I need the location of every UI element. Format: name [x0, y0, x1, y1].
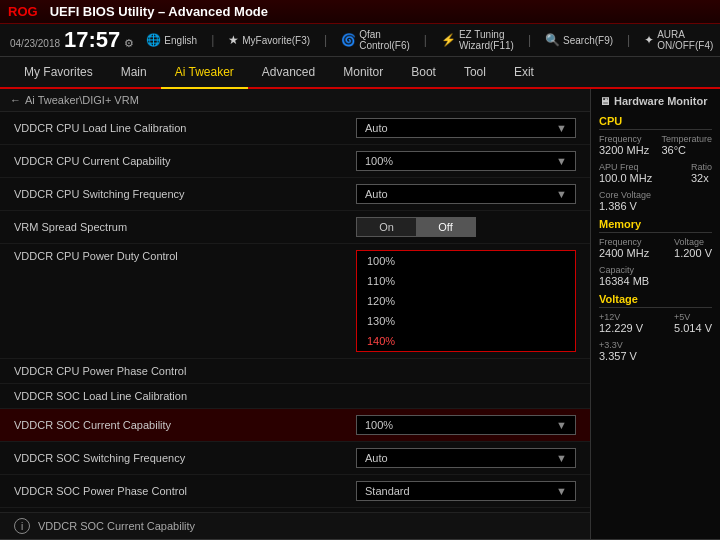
setting-label-5: VDDCR CPU Power Phase Control [14, 365, 356, 377]
nav-exit[interactable]: Exit [500, 57, 548, 87]
setting-label-3: VRM Spread Spectrum [14, 221, 356, 233]
search-label: Search(F9) [563, 35, 613, 46]
separator: | [211, 33, 214, 47]
nav-my-favorites[interactable]: My Favorites [10, 57, 107, 87]
ez-tuning-action[interactable]: ⚡ EZ Tuning Wizard(F11) [441, 29, 514, 51]
setting-control-8: Auto ▼ [356, 448, 576, 468]
dropdown-value-1: 100% [365, 155, 393, 167]
navbar: My Favorites Main Ai Tweaker Advanced Mo… [0, 57, 720, 89]
hw-cpu-temp-label: Temperature [661, 134, 712, 144]
dropdown-0[interactable]: Auto ▼ [356, 118, 576, 138]
droplist-item-3[interactable]: 130% [357, 311, 575, 331]
separator2: | [324, 33, 327, 47]
hw-memory-title: Memory [599, 218, 712, 233]
droplist-item-2[interactable]: 120% [357, 291, 575, 311]
droplist-item-1[interactable]: 110% [357, 271, 575, 291]
separator4: | [528, 33, 531, 47]
qfan-action[interactable]: 🌀 Qfan Control(F6) [341, 29, 410, 51]
fan-icon: 🌀 [341, 33, 356, 47]
setting-control-2: Auto ▼ [356, 184, 576, 204]
header: ROG UEFI BIOS Utility – Advanced Mode [0, 0, 720, 24]
dropdown-7[interactable]: 100% ▼ [356, 415, 576, 435]
toggle-on-3[interactable]: On [357, 218, 416, 236]
setting-row-3: VRM Spread Spectrum On Off [0, 211, 590, 244]
nav-advanced[interactable]: Advanced [248, 57, 329, 87]
hw-v33-value: 3.357 V [599, 350, 712, 362]
qfan-label: Qfan Control(F6) [359, 29, 410, 51]
hw-mem-freq-label: Frequency [599, 237, 649, 247]
myfavorite-action[interactable]: ★ MyFavorite(F3) [228, 33, 310, 47]
setting-control-0: Auto ▼ [356, 118, 576, 138]
aura-action[interactable]: ✦ AURA ON/OFF(F4) [644, 29, 713, 51]
hw-ratio-value: 32x [691, 172, 712, 184]
hw-cpu-temp-value: 36°C [661, 144, 712, 156]
hw-apu-freq-label: APU Freq [599, 162, 652, 172]
hw-voltage-title: Voltage [599, 293, 712, 308]
setting-row-5: VDDCR CPU Power Phase Control [0, 359, 590, 384]
dropdown-arrow-9: ▼ [556, 485, 567, 497]
breadcrumb: ← Ai Tweaker\DIGI+ VRM [0, 89, 590, 112]
setting-row-8: VDDCR SOC Switching Frequency Auto ▼ [0, 442, 590, 475]
breadcrumb-arrow[interactable]: ← [10, 94, 21, 106]
monitor-icon: 🖥 [599, 95, 610, 107]
dropdown-9[interactable]: Standard ▼ [356, 481, 576, 501]
setting-row-0: VDDCR CPU Load Line Calibration Auto ▼ [0, 112, 590, 145]
separator5: | [627, 33, 630, 47]
dropdown-2[interactable]: Auto ▼ [356, 184, 576, 204]
toggle-off-3[interactable]: Off [416, 218, 475, 236]
aura-icon: ✦ [644, 33, 654, 47]
breadcrumb-path: Ai Tweaker\DIGI+ VRM [25, 94, 139, 106]
dropdown-8[interactable]: Auto ▼ [356, 448, 576, 468]
hw-cpu-freq-value: 3200 MHz [599, 144, 649, 156]
hw-v12-value: 12.229 V [599, 322, 643, 334]
time-display: 17:57 [64, 27, 120, 53]
setting-label-1: VDDCR CPU Current Capability [14, 155, 356, 167]
hw-capacity-label: Capacity [599, 265, 712, 275]
setting-label-7: VDDCR SOC Current Capability [14, 419, 356, 431]
droplist-item-4[interactable]: 140% [357, 331, 575, 351]
hw-v5-value: 5.014 V [674, 322, 712, 334]
hw-mem-freq-value: 2400 MHz [599, 247, 649, 259]
left-panel: ← Ai Tweaker\DIGI+ VRM VDDCR CPU Load Li… [0, 89, 590, 539]
toggle-group-3: On Off [356, 217, 476, 237]
nav-tool[interactable]: Tool [450, 57, 500, 87]
nav-monitor[interactable]: Monitor [329, 57, 397, 87]
gear-icon[interactable]: ⚙ [124, 37, 134, 50]
nav-boot[interactable]: Boot [397, 57, 450, 87]
dropdown-value-0: Auto [365, 122, 388, 134]
hardware-monitor-panel: 🖥 Hardware Monitor CPU Frequency 3200 MH… [590, 89, 720, 539]
setting-label-9: VDDCR SOC Power Phase Control [14, 485, 356, 497]
setting-row-6: VDDCR SOC Load Line Calibration [0, 384, 590, 409]
droplist-item-0[interactable]: 100% [357, 251, 575, 271]
dropdown-arrow-1: ▼ [556, 155, 567, 167]
hw-cpu-freq-row: Frequency 3200 MHz Temperature 36°C [599, 134, 712, 159]
myfavorite-label: MyFavorite(F3) [242, 35, 310, 46]
dropdown-1[interactable]: 100% ▼ [356, 151, 576, 171]
hw-cpu-apu-row: APU Freq 100.0 MHz Ratio 32x [599, 162, 712, 187]
language-selector[interactable]: 🌐 English [146, 33, 197, 47]
setting-control-3: On Off [356, 217, 576, 237]
search-action[interactable]: 🔍 Search(F9) [545, 33, 613, 47]
info-bar: i VDDCR SOC Current Capability [0, 512, 590, 539]
dropdown-value-9: Standard [365, 485, 410, 497]
bios-title: UEFI BIOS Utility – Advanced Mode [50, 4, 712, 19]
setting-row-7: VDDCR SOC Current Capability 100% ▼ [0, 409, 590, 442]
rog-logo: ROG [8, 4, 38, 19]
hw-apu-freq-value: 100.0 MHz [599, 172, 652, 184]
dropdown-list-4: 100% 110% 120% 130% 140% [356, 250, 576, 352]
hw-mem-freq-row: Frequency 2400 MHz Voltage 1.200 V [599, 237, 712, 262]
setting-control-4: 100% 110% 120% 130% 140% [356, 250, 576, 352]
ez-tuning-label: EZ Tuning Wizard(F11) [459, 29, 514, 51]
hw-mem-voltage-value: 1.200 V [674, 247, 712, 259]
info-text: VDDCR SOC Current Capability [38, 520, 195, 532]
dropdown-value-7: 100% [365, 419, 393, 431]
hw-v12-label: +12V [599, 312, 643, 322]
hw-monitor-label: Hardware Monitor [614, 95, 708, 107]
nav-ai-tweaker[interactable]: Ai Tweaker [161, 57, 248, 89]
hw-core-voltage-value: 1.386 V [599, 200, 712, 212]
dropdown-value-8: Auto [365, 452, 388, 464]
dropdown-arrow-8: ▼ [556, 452, 567, 464]
nav-main[interactable]: Main [107, 57, 161, 87]
setting-label-0: VDDCR CPU Load Line Calibration [14, 122, 356, 134]
info-icon: i [14, 518, 30, 534]
